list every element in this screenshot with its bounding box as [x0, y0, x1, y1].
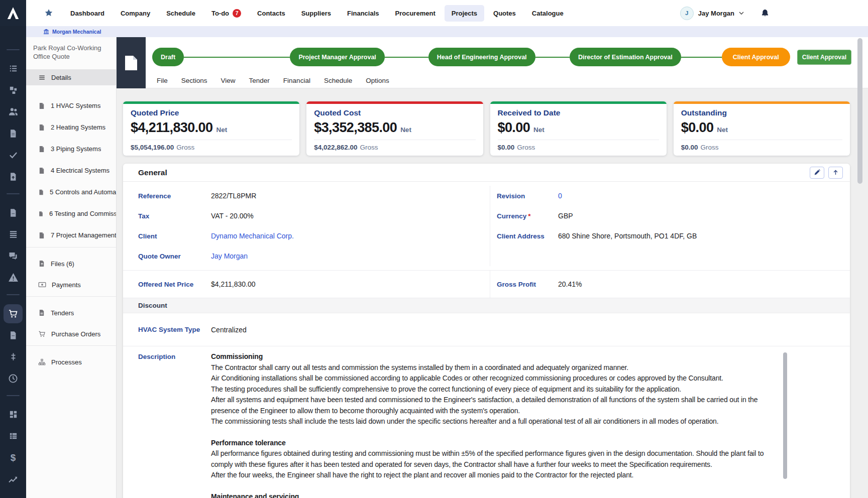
collapse-button[interactable] — [828, 167, 843, 179]
revision-value[interactable]: 0 — [558, 192, 562, 200]
document-icon — [125, 55, 138, 71]
nav-item-schedule[interactable]: Schedule — [159, 5, 202, 22]
sidebar-item-label: 4 Electrical Systems — [51, 167, 110, 174]
menu-schedule[interactable]: Schedule — [324, 77, 352, 84]
client-link[interactable]: Dynamo Mechanical Corp. — [211, 232, 294, 240]
notifications-bell-icon[interactable] — [761, 9, 770, 18]
description-label: Description — [138, 351, 211, 498]
user-name: Jay Morgan — [698, 10, 734, 17]
kpi-received-to-date: Received to Date $0.00Net $0.00Gross — [490, 101, 667, 156]
step-client-approval[interactable]: Client Approval — [722, 48, 790, 66]
tune-icon[interactable] — [0, 346, 26, 367]
client-address-label: Client Address — [497, 232, 558, 240]
table-icon[interactable] — [0, 425, 26, 447]
menu-file[interactable]: File — [157, 77, 168, 84]
client-label: Client — [138, 232, 211, 240]
nav-item-catalogue[interactable]: Catalogue — [525, 5, 571, 22]
warning-icon[interactable] — [0, 267, 26, 288]
sidebar-item-files[interactable]: Files (6) — [26, 253, 116, 274]
general-card-title: General — [138, 168, 167, 177]
revision-label: Revision — [497, 192, 558, 200]
field-row: Quote OwnerJay Morgan — [123, 246, 850, 266]
clock-icon[interactable] — [0, 367, 26, 389]
sidebar-item-label: Purchase Orders — [51, 330, 100, 338]
user-menu[interactable]: J Jay Morgan — [680, 7, 770, 20]
sidebar-section-piping[interactable]: 3 Piping Systems — [26, 138, 116, 160]
general-card: General — [123, 164, 850, 498]
description-paragraph: The Contractor shall carry out all tests… — [211, 362, 779, 427]
menu-sections[interactable]: Sections — [181, 77, 207, 84]
kpi-gross-suffix: Gross — [360, 144, 378, 151]
cart-icon-active[interactable] — [0, 303, 26, 324]
kpi-net-suffix: Net — [216, 126, 227, 134]
rows-icon[interactable] — [0, 223, 26, 245]
sidebar-item-purchase-orders[interactable]: Purchase Orders — [26, 323, 116, 344]
edit-button[interactable] — [810, 167, 824, 179]
field-row: TaxVAT - 20.00% Currency*GBP — [123, 206, 850, 226]
sidebar-section-electrical[interactable]: 4 Electrical Systems — [26, 160, 116, 181]
nav-item-contacts[interactable]: Contacts — [250, 5, 292, 22]
favorites-star-icon[interactable] — [44, 9, 53, 18]
document-icon[interactable] — [0, 122, 26, 144]
trend-up-icon[interactable] — [0, 468, 26, 490]
avatar[interactable]: J — [680, 7, 694, 20]
dashboard-icon[interactable] — [0, 404, 26, 425]
gross-profit-value: 20.41% — [558, 280, 582, 288]
description-scrollbar-thumb[interactable] — [783, 352, 787, 479]
sitemap-icon[interactable] — [0, 79, 26, 101]
document-icon[interactable] — [0, 324, 26, 346]
document-icon[interactable] — [0, 202, 26, 223]
nav-item-financials[interactable]: Financials — [340, 5, 386, 22]
nav-item-company[interactable]: Company — [114, 5, 157, 22]
step-head-of-engineering-approval[interactable]: Head of Engineering Approval — [428, 48, 535, 66]
quote-owner-label: Quote Owner — [138, 253, 211, 260]
sidebar-item-tenders[interactable]: Tenders — [26, 302, 116, 323]
nav-item-procurement[interactable]: Procurement — [388, 5, 443, 22]
kpi-net-suffix: Net — [533, 126, 545, 134]
app-logo[interactable] — [0, 0, 26, 26]
sidebar-section-project-management[interactable]: 7 Project Management — [26, 224, 116, 246]
quote-owner-link[interactable]: Jay Morgan — [211, 252, 248, 260]
description-heading: Maintenance and servicing — [211, 491, 779, 498]
file-upload-icon[interactable] — [0, 166, 26, 187]
client-address-value: 680 Shine Shore, Portsmouth, PO1 4DF, GB — [558, 232, 697, 240]
sidebar-section-controls[interactable]: 5 Controls and Automation — [26, 181, 116, 203]
field-row: ClientDynamo Mechanical Corp. Client Add… — [123, 226, 850, 246]
sidebar-item-processes[interactable]: Processes — [26, 351, 116, 372]
page-scrollbar[interactable] — [857, 38, 862, 184]
users-icon[interactable] — [0, 101, 26, 122]
todo-count-badge: 7 — [233, 9, 241, 18]
menu-financial[interactable]: Financial — [283, 77, 310, 84]
description-heading: Performance tolerance — [211, 438, 779, 449]
sidebar-section-hvac[interactable]: 1 HVAC Systems — [26, 95, 116, 116]
breadcrumb-company[interactable]: Morgan Mechanical — [52, 29, 101, 35]
gross-profit-label: Gross Profit — [497, 281, 558, 288]
nav-item-quotes[interactable]: Quotes — [486, 5, 523, 22]
kpi-title: Quoted Price — [131, 108, 292, 117]
sidebar-section-heating[interactable]: 2 Heating Systems — [26, 116, 116, 138]
menu-view[interactable]: View — [221, 77, 236, 84]
nav-item-todo[interactable]: To-do 7 — [204, 5, 248, 22]
nav-item-dashboard[interactable]: Dashboard — [63, 5, 112, 22]
dollar-icon[interactable]: $ — [0, 447, 26, 468]
step-director-of-estimation-approval[interactable]: Director of Estimation Approval — [570, 48, 681, 66]
step-project-manager-approval[interactable]: Project Manager Approval — [290, 48, 384, 66]
sidebar-item-details[interactable]: Details — [26, 69, 116, 85]
nav-item-projects[interactable]: Projects — [445, 5, 484, 22]
document-icon — [38, 102, 45, 109]
client-approval-button[interactable]: Client Approval — [797, 50, 851, 65]
menu-options[interactable]: Options — [366, 77, 389, 84]
kpi-gross-suffix: Gross — [517, 144, 535, 151]
sidebar-section-testing[interactable]: 6 Testing and Commissioning — [26, 203, 116, 224]
sidebar-item-label: 6 Testing and Commissioning — [49, 210, 116, 217]
list-icon[interactable] — [0, 58, 26, 79]
check-icon[interactable] — [0, 144, 26, 166]
description-row: Description Commissioning The Contractor… — [123, 346, 850, 498]
step-draft[interactable]: Draft — [152, 48, 184, 66]
menu-tender[interactable]: Tender — [249, 77, 270, 84]
kpi-net-value: $0.00 — [498, 120, 530, 136]
sidebar-item-payments[interactable]: Payments — [26, 274, 116, 295]
chat-icon[interactable] — [0, 245, 26, 267]
nav-item-suppliers[interactable]: Suppliers — [294, 5, 338, 22]
description-heading: Commissioning — [211, 351, 779, 362]
